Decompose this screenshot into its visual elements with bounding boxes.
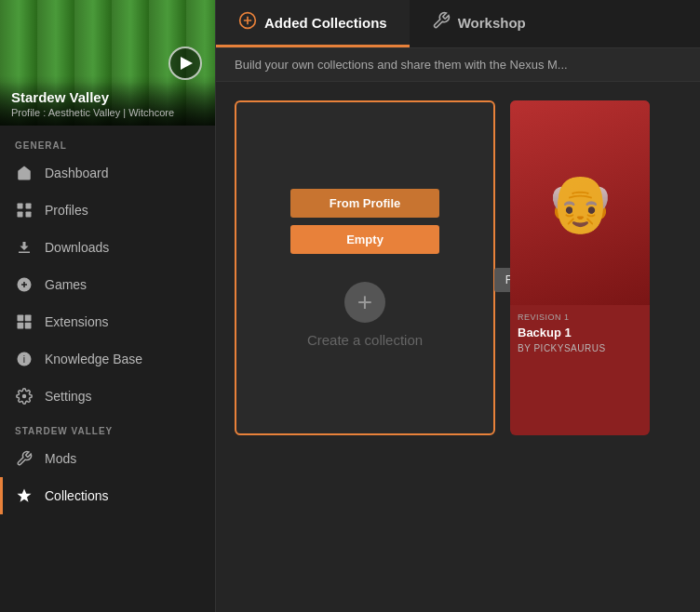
collections-area: From Profile Empty + Create a collection… [216, 82, 700, 612]
description-bar: Build your own collections and share the… [216, 48, 700, 82]
game-title: Stardew Valley [11, 89, 204, 105]
svg-rect-2 [26, 204, 32, 209]
section-general-label: GENERAL [0, 129, 215, 154]
collections-icon [15, 486, 34, 505]
dashboard-icon [15, 164, 34, 182]
main-content: Added Collections Workshop Build your ow… [216, 0, 700, 612]
game-banner[interactable]: Stardew Valley Profile : Aesthetic Valle… [0, 0, 215, 126]
sidebar-item-label: Mods [45, 451, 76, 466]
sidebar-item-label: Dashboard [45, 166, 109, 180]
section-stardew-label: STARDEW VALLEY [0, 415, 215, 440]
svg-rect-4 [26, 212, 32, 218]
knowledge-base-icon: i [15, 350, 34, 368]
sidebar-item-knowledge-base[interactable]: i Knowledge Base [0, 340, 215, 378]
sidebar-item-label: Downloads [45, 240, 109, 255]
tab-added-collections[interactable]: Added Collections [216, 0, 410, 47]
create-card-buttons: From Profile Empty [290, 189, 439, 254]
backup-card-image: 👴 [510, 100, 650, 305]
svg-rect-7 [25, 315, 32, 322]
sidebar-item-label: Games [45, 277, 87, 292]
sidebar-item-downloads[interactable]: Downloads [0, 229, 215, 266]
games-icon [15, 275, 34, 294]
svg-rect-8 [18, 323, 24, 329]
sidebar: Stardew Valley Profile : Aesthetic Valle… [0, 0, 216, 612]
sidebar-item-profiles[interactable]: Profiles [0, 192, 215, 229]
svg-marker-12 [18, 489, 32, 502]
profiles-icon [15, 201, 34, 220]
mods-icon [15, 449, 34, 468]
backup-card-author: BY PICKYSAURUS [518, 343, 642, 353]
extensions-icon [15, 313, 34, 331]
svg-rect-1 [18, 204, 23, 209]
settings-icon [15, 387, 34, 406]
sidebar-item-collections[interactable]: Collections [0, 477, 215, 514]
backup-card-name: Backup 1 [518, 326, 642, 339]
sidebar-item-label: Profiles [45, 203, 88, 218]
sidebar-item-label: Extensions [45, 314, 108, 329]
downloads-icon [15, 238, 34, 257]
added-collections-tab-label: Added Collections [264, 15, 387, 31]
workshop-tab-label: Workshop [458, 15, 526, 31]
play-button[interactable] [168, 47, 202, 80]
revision-badge: REVISION 1 [518, 313, 642, 322]
svg-text:i: i [23, 353, 25, 365]
btn-from-profile[interactable]: From Profile [290, 189, 439, 218]
workshop-tab-icon [432, 11, 451, 34]
btn-empty[interactable]: Empty [290, 225, 439, 254]
added-collections-tab-icon [238, 11, 257, 34]
sidebar-item-games[interactable]: Games [0, 266, 215, 303]
svg-rect-3 [18, 212, 23, 218]
sidebar-item-settings[interactable]: Settings [0, 378, 215, 415]
svg-rect-6 [18, 315, 24, 322]
sidebar-item-label: Collections [45, 488, 108, 503]
tabs-bar: Added Collections Workshop [216, 0, 700, 48]
svg-rect-9 [25, 323, 32, 329]
game-profile: Profile : Aesthetic Valley | Witchcore [11, 107, 204, 118]
backup-card-character: 👴 [545, 170, 615, 236]
create-collection-label: Create a collection [307, 332, 423, 348]
sidebar-item-label: Settings [45, 389, 92, 404]
create-plus-icon: + [344, 282, 385, 323]
tab-workshop[interactable]: Workshop [410, 0, 548, 47]
sidebar-item-extensions[interactable]: Extensions [0, 303, 215, 340]
sidebar-item-label: Knowledge Base [45, 352, 142, 366]
sidebar-item-dashboard[interactable]: Dashboard [0, 154, 215, 192]
backup-collection-card[interactable]: 👴 REVISION 1 Backup 1 BY PICKYSAURUS [510, 100, 650, 435]
game-banner-overlay: Stardew Valley Profile : Aesthetic Valle… [0, 82, 215, 126]
backup-card-info: REVISION 1 Backup 1 BY PICKYSAURUS [510, 305, 650, 361]
sidebar-nav: GENERAL Dashboard Profiles Downloads Gam… [0, 126, 215, 612]
create-collection-card[interactable]: From Profile Empty + Create a collection… [235, 100, 495, 435]
sidebar-item-mods[interactable]: Mods [0, 440, 215, 477]
description-text: Build your own collections and share the… [235, 58, 568, 72]
